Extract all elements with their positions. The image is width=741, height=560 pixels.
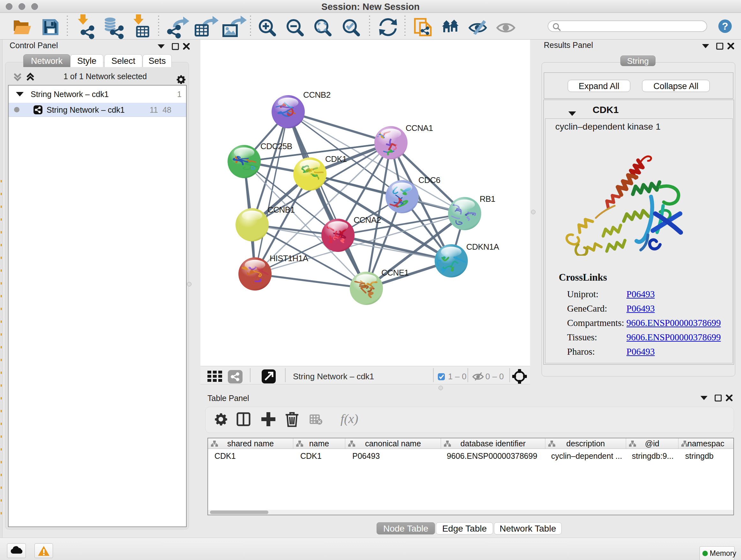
svg-text:RB1: RB1 <box>480 194 495 204</box>
svg-text:0 – 0: 0 – 0 <box>485 372 504 381</box>
svg-text:CCNB2: CCNB2 <box>303 90 331 100</box>
svg-text:HIST1H1A: HIST1H1A <box>270 253 308 263</box>
svg-text:f(x): f(x) <box>340 412 358 426</box>
svg-text:CDC6: CDC6 <box>418 175 441 185</box>
svg-text:CDKN1A: CDKN1A <box>466 242 499 252</box>
svg-text:CCNA2: CCNA2 <box>354 215 381 225</box>
svg-text:?: ? <box>722 20 728 32</box>
svg-text:CCNE1: CCNE1 <box>381 268 409 277</box>
svg-text:1 – 0: 1 – 0 <box>448 372 467 381</box>
svg-text:CCNA1: CCNA1 <box>406 123 433 133</box>
svg-text:CCNB1: CCNB1 <box>267 205 295 214</box>
svg-text:CDK1: CDK1 <box>325 154 347 164</box>
svg-text:String Network – cdk1: String Network – cdk1 <box>293 372 374 381</box>
svg-text:CDC25B: CDC25B <box>260 141 292 151</box>
